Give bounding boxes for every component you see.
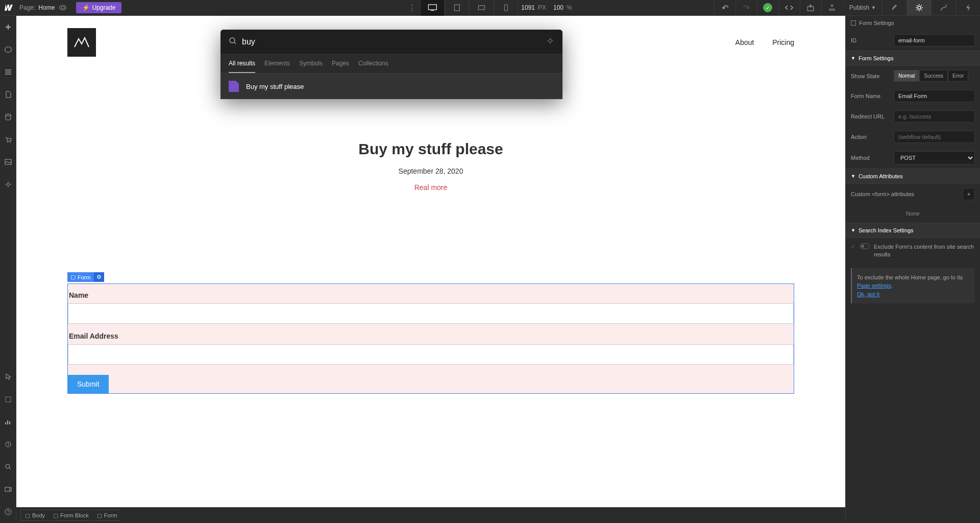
- xray-icon[interactable]: [0, 388, 16, 411]
- breadcrumb-body-label: Body: [32, 512, 45, 518]
- page-icon: [229, 81, 239, 92]
- search-modal: All results Elements Symbols Pages Colle…: [220, 30, 562, 99]
- form-name-input[interactable]: [894, 90, 975, 102]
- section-search-index[interactable]: ▼ Search Index Settings: [846, 223, 980, 238]
- publish-button[interactable]: Publish ▼: [843, 4, 882, 11]
- chevron-down-icon: ▼: [851, 56, 855, 61]
- hero-date[interactable]: September 28, 2020: [67, 167, 794, 175]
- chevron-down-icon: ▼: [871, 5, 876, 10]
- svg-point-11: [7, 141, 8, 142]
- tab-symbols[interactable]: Symbols: [299, 55, 323, 73]
- settings-button[interactable]: [0, 173, 16, 196]
- cursor-icon[interactable]: [0, 366, 16, 388]
- section-search-label: Search Index Settings: [859, 227, 914, 233]
- ecommerce-button[interactable]: [0, 128, 16, 151]
- video-icon[interactable]: [0, 478, 16, 501]
- redo-button[interactable]: ↷: [736, 0, 757, 16]
- more-icon[interactable]: ⋮: [404, 0, 420, 16]
- history-icon[interactable]: [0, 433, 16, 456]
- breadcrumb-form-label: Form: [104, 512, 117, 518]
- undo-button[interactable]: ↶: [714, 0, 736, 16]
- upgrade-button[interactable]: ⚡ Upgrade: [76, 2, 121, 13]
- nav-pricing[interactable]: Pricing: [772, 38, 794, 46]
- svg-rect-13: [5, 159, 11, 164]
- section-form-label: Form Settings: [859, 55, 893, 61]
- add-attribute-button[interactable]: +: [963, 188, 975, 200]
- name-label[interactable]: Name: [68, 291, 794, 299]
- symbols-button[interactable]: [0, 38, 16, 61]
- search-input[interactable]: [242, 37, 546, 46]
- section-custom-attributes[interactable]: ▼ Custom Attributes: [846, 169, 980, 184]
- attributes-none: None: [846, 204, 980, 223]
- svg-point-21: [230, 38, 235, 43]
- id-label: ID: [851, 37, 890, 43]
- canvas-zoom[interactable]: 100: [550, 4, 567, 11]
- help-icon[interactable]: ?: [0, 501, 16, 523]
- redirect-input[interactable]: [894, 110, 975, 123]
- section-form-settings[interactable]: ▼ Form Settings: [846, 51, 980, 66]
- settings-panel-button[interactable]: [906, 0, 931, 16]
- device-tablet-landscape[interactable]: [469, 0, 494, 16]
- canvas-width[interactable]: 1091: [518, 4, 538, 11]
- canvas-width-unit: PX: [538, 4, 550, 11]
- element-settings-icon[interactable]: ⚙: [94, 272, 104, 282]
- code-button[interactable]: [778, 0, 800, 16]
- breadcrumb-form-block[interactable]: ▢ Form Block: [48, 510, 95, 521]
- style-manager-button[interactable]: [931, 0, 955, 16]
- svg-point-10: [6, 114, 11, 116]
- toggle-icon[interactable]: [860, 243, 870, 250]
- cms-button[interactable]: [0, 106, 16, 128]
- search-result-item[interactable]: Buy my stuff please: [220, 74, 562, 99]
- device-mobile[interactable]: [494, 0, 518, 16]
- search-icon[interactable]: [0, 456, 16, 478]
- form-settings-checkbox[interactable]: [851, 20, 856, 26]
- page-name[interactable]: Home: [38, 4, 55, 11]
- state-success[interactable]: Success: [919, 70, 948, 82]
- tab-pages[interactable]: Pages: [332, 55, 349, 73]
- hero-title[interactable]: Buy my stuff please: [67, 140, 794, 158]
- email-input[interactable]: [68, 344, 794, 365]
- navigator-button[interactable]: [0, 61, 16, 83]
- element-tag[interactable]: ▢ Form: [67, 272, 94, 282]
- id-input[interactable]: [894, 34, 975, 46]
- site-logo[interactable]: [67, 28, 96, 57]
- read-more-link[interactable]: Real more: [67, 183, 794, 192]
- device-desktop[interactable]: [420, 0, 445, 16]
- add-element-button[interactable]: [0, 16, 16, 38]
- name-input[interactable]: [68, 303, 794, 324]
- form-element[interactable]: Name Email Address Submit: [67, 283, 794, 394]
- tab-all-results[interactable]: All results: [229, 55, 255, 73]
- show-state-label: Show State: [851, 73, 890, 79]
- device-tablet[interactable]: [445, 0, 469, 16]
- style-panel-button[interactable]: [882, 0, 906, 16]
- ok-got-it-link[interactable]: Ok, got it: [857, 291, 879, 297]
- status-button[interactable]: ✓: [757, 0, 778, 16]
- state-normal[interactable]: Normal: [894, 70, 919, 82]
- form-name-label: Form Name: [851, 93, 890, 99]
- interactions-button[interactable]: [955, 0, 980, 16]
- share-button[interactable]: [821, 0, 843, 16]
- svg-point-6: [831, 5, 833, 7]
- audit-icon[interactable]: [0, 411, 16, 433]
- search-settings-icon[interactable]: [546, 37, 554, 47]
- email-label[interactable]: Email Address: [68, 332, 794, 340]
- tab-collections[interactable]: Collections: [358, 55, 388, 73]
- info-dot: .: [891, 282, 893, 289]
- submit-button[interactable]: Submit: [68, 375, 109, 393]
- breadcrumb-form[interactable]: ▢ Form: [92, 510, 124, 521]
- nav-about[interactable]: About: [736, 38, 754, 46]
- action-input[interactable]: [894, 131, 975, 143]
- section-custom-label: Custom Attributes: [859, 173, 903, 179]
- method-select[interactable]: POST: [894, 151, 975, 164]
- export-button[interactable]: [800, 0, 821, 16]
- preview-icon[interactable]: [55, 0, 71, 16]
- webflow-logo[interactable]: [0, 0, 16, 16]
- check-icon: ✓: [851, 243, 855, 250]
- state-error[interactable]: Error: [948, 70, 968, 82]
- tab-elements[interactable]: Elements: [264, 55, 290, 73]
- page-settings-link[interactable]: Page settings: [857, 282, 891, 289]
- custom-attr-label: Custom <form> attributes: [851, 191, 914, 197]
- breadcrumb-body[interactable]: ▢ Body: [20, 510, 52, 521]
- pages-button[interactable]: [0, 83, 16, 106]
- assets-button[interactable]: [0, 151, 16, 173]
